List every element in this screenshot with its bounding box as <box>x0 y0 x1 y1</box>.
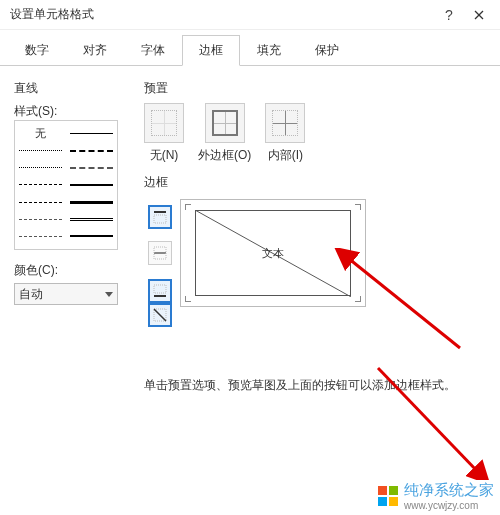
titlebar: 设置单元格格式 ? <box>0 0 500 30</box>
tab-font[interactable]: 字体 <box>124 35 182 66</box>
line-section-label: 直线 <box>14 80 124 97</box>
close-button[interactable] <box>464 0 494 30</box>
line-style-dashdot[interactable] <box>19 213 62 225</box>
line-style-extra[interactable] <box>70 230 113 242</box>
border-bottom-button[interactable] <box>148 279 172 303</box>
watermark-brand: 纯净系统之家 <box>404 481 494 498</box>
color-value: 自动 <box>19 286 43 303</box>
line-style-dotted-2[interactable] <box>19 162 62 174</box>
preset-inside-button[interactable] <box>265 103 305 143</box>
preset-inside-label: 内部(I) <box>268 147 303 164</box>
tab-alignment[interactable]: 对齐 <box>66 35 124 66</box>
tab-fill[interactable]: 填充 <box>240 35 298 66</box>
border-top-icon <box>152 209 168 225</box>
line-style-dashed-fine[interactable] <box>19 179 62 191</box>
line-style-med-dash[interactable] <box>70 145 113 157</box>
line-style-med-dashdot[interactable] <box>70 162 113 174</box>
line-style-thick[interactable] <box>70 196 113 208</box>
tab-bar: 数字 对齐 字体 边框 填充 保护 <box>0 30 500 66</box>
style-label: 样式(S): <box>14 103 124 120</box>
watermark-url: www.ycwjzy.com <box>404 500 494 511</box>
border-preview[interactable]: 文本 <box>180 199 366 307</box>
line-style-list[interactable]: 无 <box>14 120 118 250</box>
preset-outline-label: 外边框(O) <box>198 147 251 164</box>
preset-none-label: 无(N) <box>150 147 179 164</box>
line-style-med[interactable] <box>70 179 113 191</box>
border-top-button[interactable] <box>148 205 172 229</box>
svg-line-18 <box>154 309 166 321</box>
preview-text: 文本 <box>181 246 365 261</box>
tab-number[interactable]: 数字 <box>8 35 66 66</box>
hint-text: 单击预置选项、预览草图及上面的按钮可以添加边框样式。 <box>144 377 486 394</box>
line-style-dashed[interactable] <box>19 196 62 208</box>
svg-rect-3 <box>154 215 166 223</box>
border-diag-down-button[interactable] <box>148 303 172 327</box>
border-middle-h-icon <box>152 245 168 261</box>
line-style-dashdotdot[interactable] <box>19 230 62 242</box>
line-style-double[interactable] <box>70 213 113 225</box>
line-style-dotted[interactable] <box>19 145 62 157</box>
watermark: 纯净系统之家 www.ycwjzy.com <box>378 481 494 511</box>
color-label: 颜色(C): <box>14 262 124 279</box>
color-select[interactable]: 自动 <box>14 283 118 305</box>
border-middle-h-button[interactable] <box>148 241 172 265</box>
svg-rect-7 <box>154 285 166 293</box>
line-style-thin[interactable] <box>70 128 113 140</box>
svg-rect-6 <box>154 295 166 297</box>
preset-none-button[interactable] <box>144 103 184 143</box>
presets-section-label: 预置 <box>144 80 486 97</box>
close-icon <box>474 10 484 20</box>
watermark-logo-icon <box>378 486 398 506</box>
svg-rect-4 <box>154 252 166 254</box>
tab-protection[interactable]: 保护 <box>298 35 356 66</box>
svg-rect-2 <box>154 211 166 213</box>
border-bottom-icon <box>152 283 168 299</box>
window-title: 设置单元格格式 <box>10 6 434 23</box>
tab-border[interactable]: 边框 <box>182 35 240 66</box>
preset-outline-button[interactable] <box>205 103 245 143</box>
chevron-down-icon <box>105 292 113 297</box>
help-button[interactable]: ? <box>434 0 464 30</box>
border-section-label: 边框 <box>144 174 486 191</box>
border-diag-down-icon <box>152 307 168 323</box>
line-style-none[interactable]: 无 <box>19 128 62 140</box>
